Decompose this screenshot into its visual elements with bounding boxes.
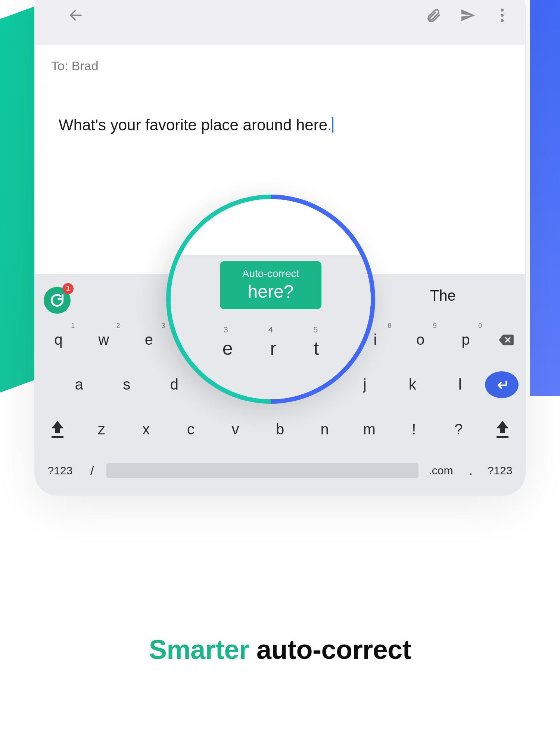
body-text: What's your favorite place around here. (59, 116, 332, 134)
key-dot[interactable]: . (463, 456, 478, 486)
key-w[interactable]: 2w (82, 320, 125, 360)
key-m[interactable]: m (348, 409, 391, 450)
key-p[interactable]: 0p (444, 320, 487, 360)
key-space[interactable] (106, 463, 419, 478)
back-icon[interactable] (68, 7, 84, 24)
key-dotcom[interactable]: .com (422, 456, 460, 486)
key-s[interactable]: s (104, 365, 150, 405)
key-numswitch-left[interactable]: ?123 (42, 456, 78, 486)
grammarly-count-badge: 1 (62, 283, 74, 294)
key-a[interactable]: a (56, 365, 102, 405)
key-b[interactable]: b (259, 409, 301, 450)
key-c[interactable]: c (169, 409, 212, 450)
key-question[interactable]: ? (437, 409, 480, 450)
svg-point-2 (501, 14, 504, 17)
key-row-bottom: ?123 / .com . ?123 (37, 452, 523, 489)
magnifier-letterrow: e r t (223, 338, 319, 359)
to-prefix: To: (51, 59, 68, 73)
key-v[interactable]: v (214, 409, 257, 450)
key-e[interactable]: 3e (127, 320, 170, 360)
send-icon[interactable] (460, 7, 476, 24)
key-o[interactable]: 9o (399, 320, 442, 360)
key-exclaim[interactable]: ! (393, 409, 435, 450)
more-vert-icon[interactable] (494, 7, 510, 24)
key-backspace[interactable] (489, 320, 523, 360)
grammarly-badge[interactable]: 1 (44, 287, 71, 314)
autocorrect-suggestion: here? (242, 281, 299, 302)
key-x[interactable]: x (125, 409, 168, 450)
svg-point-1 (501, 9, 504, 12)
to-field[interactable]: To: Brad (35, 45, 525, 87)
suggestion-the[interactable]: The (363, 287, 523, 304)
autocorrect-pill[interactable]: Auto-correct here? (220, 261, 322, 309)
key-numswitch-right[interactable]: ?123 (482, 456, 518, 486)
key-q[interactable]: 1q (37, 320, 80, 360)
magnifier-numrow: 3 4 5 (224, 325, 318, 335)
key-shift-left[interactable] (37, 409, 78, 450)
key-slash[interactable]: / (82, 456, 103, 486)
to-name: Brad (72, 59, 99, 73)
key-n[interactable]: n (304, 409, 346, 450)
key-shift-right[interactable] (482, 409, 523, 450)
text-caret (332, 117, 333, 133)
key-k[interactable]: k (390, 365, 435, 405)
autocorrect-subtitle: Auto-correct (242, 268, 299, 280)
tagline-plain: auto-correct (256, 635, 411, 664)
key-enter[interactable] (485, 371, 519, 398)
key-j[interactable]: j (342, 365, 388, 405)
tagline-accent: Smarter (149, 635, 249, 664)
key-d[interactable]: d (152, 365, 197, 405)
attachment-icon[interactable] (425, 7, 442, 24)
key-row-3: z x c v b n m ! ? (37, 407, 523, 452)
key-z[interactable]: z (80, 409, 123, 450)
svg-point-3 (501, 19, 504, 22)
key-l[interactable]: l (437, 365, 483, 405)
phone-frame: To: Brad What's your favorite place arou… (34, 0, 526, 496)
tagline: Smarter auto-correct (0, 634, 560, 665)
compose-header (35, 0, 525, 45)
